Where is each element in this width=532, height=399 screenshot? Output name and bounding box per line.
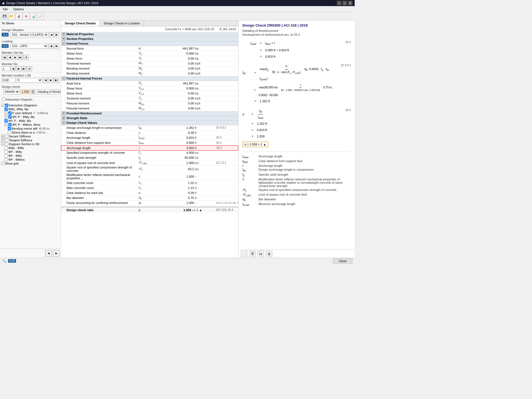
tree-item-stress-plane[interactable]: Stress plane ar α 0.00 de... [8,131,60,134]
member-set-prev[interactable]: ◀ [7,55,12,60]
section-factored[interactable]: − Factored Internal Forces [61,76,238,81]
section-toggle-strength[interactable]: + [62,116,65,120]
design-situation-prev[interactable]: ◀ [49,32,54,37]
loading-next[interactable]: ▶ [54,44,59,48]
section-toggle-material[interactable]: + [62,32,65,36]
tree-item-phimy-phimz[interactable]: ΦMy - ΦMz [4,146,60,150]
loading-prev[interactable]: ◀ [48,44,53,48]
toolbar-btn-1[interactable]: 💾 [1,13,8,20]
right-icon-list[interactable]: ☰ [249,250,256,257]
member-no-pick[interactable]: ⊕ [27,66,32,71]
cb-tangent[interactable] [5,139,8,142]
section-strength[interactable]: + Strength State [61,116,238,121]
section-design-check-values[interactable]: − Design Check Values [61,121,238,125]
tab-design-check-details[interactable]: Design Check Details [61,21,100,26]
design-check-desc-select[interactable]: Detailing of Reinfor... [36,89,61,94]
toolbar-btn-2[interactable]: 📂 [8,13,15,20]
nav-left[interactable]: ◀ [45,250,52,257]
design-check-up[interactable]: ▲ [31,89,35,92]
tree-item-p-user[interactable]: − P user-defined P 0.000 kip [4,111,60,115]
loading-select[interactable]: CO1 - LRFD [10,44,48,48]
location-next[interactable]: ▶ [48,78,53,83]
member-no-input[interactable] [2,66,10,71]
right-icon-print[interactable]: 🖨 [266,250,272,257]
section-material[interactable]: + Material Properties [61,32,238,37]
section-toggle-reinf[interactable]: + [62,112,65,115]
cb-secant[interactable] [5,135,8,138]
tree-item-phip-phimy[interactable]: − ΦP, P - ΦMy, My [4,115,60,119]
cb-phimz-phimy[interactable] [4,108,8,111]
tree-toggle-diagram-3d[interactable]: − [1,142,4,146]
tab-design-checks-location[interactable]: Design Checks in Location [100,21,144,26]
right-icon-doc[interactable]: 📄 [241,250,247,257]
cb-show-grid[interactable] [1,162,4,165]
location-prev[interactable]: ◀ [43,78,48,83]
right-icon-table[interactable]: 🗂 [257,250,264,257]
toolbar-btn-5[interactable]: 📊 [30,13,37,20]
member-no-next[interactable]: ▶ [16,66,21,71]
cb-phip-phimz[interactable] [4,119,8,122]
cb-phimy-phimz[interactable] [4,146,8,150]
tree-item-tangent[interactable]: + Tangent Stiffness [1,138,60,142]
location-last[interactable]: ▶| [54,78,59,83]
nav-right[interactable]: ▶ [53,250,60,257]
cb-stress-plane[interactable] [8,131,11,134]
tree-item-secant[interactable]: + Secant Stiffness [1,134,60,138]
tree-item-diagram-3d[interactable]: − Diagram Section in 3D [1,142,60,146]
cb-phip-phimy2[interactable] [4,150,8,154]
tree-item-phimz-phimy[interactable]: ΦMz, ΦMy, My [4,107,60,111]
cb-phip-phimres[interactable] [8,123,12,126]
member-location-input[interactable] [2,78,16,82]
cb-phip-phimres2[interactable] [4,158,8,161]
tree-item-phip-phimres2[interactable]: ΦP - ΦMres [4,158,60,162]
tree-item-bending-mome[interactable]: Bending mome aM 45.00 de... [8,127,60,131]
close-button-bottom[interactable]: Close [333,259,352,264]
design-check-down[interactable]: ▼ [31,92,35,94]
cb-diagram-3d[interactable] [5,142,8,146]
tree-item-phip-phimz2[interactable]: ΦP - ΦMz [4,154,60,158]
tree-item-phip-phimres[interactable]: − ΦP, P - ΦMres, Mres [4,123,60,127]
tree-toggle-p-user[interactable]: − [4,111,8,115]
member-set-last[interactable]: ▶| [18,55,23,60]
section-toggle-dcv[interactable]: − [62,121,65,124]
design-check-select[interactable]: DR0400 [3,89,20,94]
cb-bending-mome[interactable] [8,127,11,130]
close-button[interactable]: ✕ [348,1,352,5]
section-toggle-section[interactable]: + [62,37,65,40]
menu-file[interactable]: File [1,7,9,11]
toolbar-btn-3[interactable]: 🖨 [16,13,22,20]
interaction-diagram-checkbox[interactable] [2,98,5,101]
section-toggle-internal[interactable]: − [62,42,65,45]
tree-toggle-phip-phimres[interactable]: − [4,123,8,126]
tree-item-phip-phimz[interactable]: ΦP, P - ΦMz, Mz [4,119,60,123]
member-location-unit[interactable]: ft [16,78,42,83]
member-set-pick[interactable]: ⊕ [24,55,29,60]
toolbar-btn-6[interactable]: 📈 [37,13,44,20]
section-section-props[interactable]: + Section Properties [61,37,238,41]
menu-options[interactable]: Options [12,7,25,11]
cb-interaction-diagrams[interactable] [5,104,8,107]
minimize-button[interactable]: ─ [337,1,341,5]
member-no-prev[interactable]: ◀ [11,66,16,71]
tree-toggle-phip-phimy[interactable]: − [4,115,8,119]
tree-item-show-grid[interactable]: Show grid [1,162,60,165]
maximize-button[interactable]: □ [342,1,347,5]
cb-p-user[interactable] [8,111,12,115]
tree-toggle-secant[interactable]: + [1,135,4,138]
tree-item-interaction-diagrams[interactable]: − Interaction Diagrams [1,103,60,107]
tree-item-phip-phimy2[interactable]: ΦP - ΦMy [4,150,60,154]
member-set-next[interactable]: ▶ [13,55,18,60]
member-no-last[interactable]: ▶| [22,66,27,71]
cb-phip-phimz2[interactable] [4,154,8,157]
toolbar-btn-4[interactable]: ⚙ [23,13,29,20]
section-toggle-factored[interactable]: − [62,77,65,80]
eta-rhs: ldc lexist [257,108,264,121]
cb-phip-phimy[interactable] [8,115,12,119]
member-set-first[interactable]: |◀ [2,55,7,60]
design-situation-next[interactable]: ▶ [54,32,59,37]
section-provided-reinf[interactable]: + Provided Reinforcement [61,111,238,116]
tree-toggle-tangent[interactable]: + [1,139,4,142]
design-situation-select[interactable]: DS1 - Section 2.3 (LRFD) [10,32,48,37]
tree-toggle-interaction[interactable]: − [1,104,4,107]
section-internal-forces[interactable]: − Internal Forces [61,41,238,46]
